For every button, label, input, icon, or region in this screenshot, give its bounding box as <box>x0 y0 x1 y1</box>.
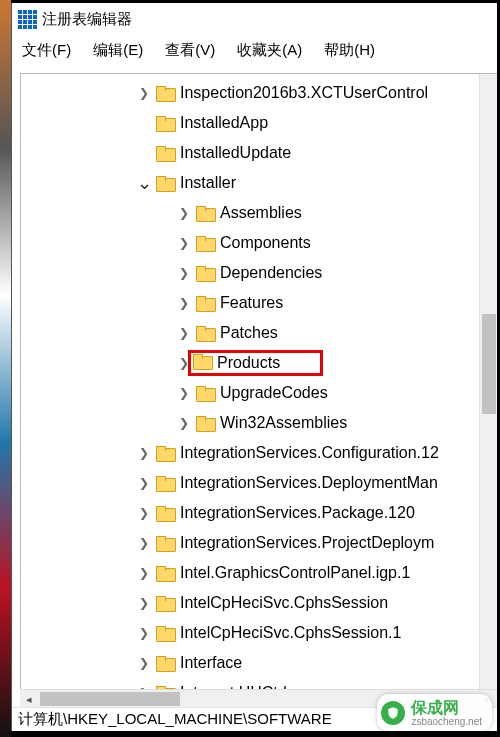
regedit-icon <box>18 10 36 28</box>
watermark: 保成网 zsbaocheng.net <box>377 694 492 731</box>
tree-item-label: Installer <box>180 174 236 192</box>
folder-icon <box>196 266 214 280</box>
chevron-right-icon[interactable]: ❯ <box>176 325 192 341</box>
window-title: 注册表编辑器 <box>42 10 132 29</box>
tree-item[interactable]: ❯IntelCpHeciSvc.CphsSession <box>21 588 481 618</box>
highlight-box: Products <box>188 350 323 376</box>
chevron-right-icon[interactable]: ❯ <box>136 505 152 521</box>
chevron-right-icon[interactable]: ❯ <box>136 535 152 551</box>
chevron-right-icon[interactable]: ❯ <box>176 205 192 221</box>
chevron-right-icon[interactable]: ❯ <box>136 445 152 461</box>
tree-item-label: Components <box>220 234 311 252</box>
tree-item-label: Inspection2016b3.XCTUserControl <box>180 84 428 102</box>
tree-item-label: UpgradeCodes <box>220 384 328 402</box>
chevron-right-icon[interactable]: ❯ <box>136 475 152 491</box>
menu-edit[interactable]: 编辑(E) <box>93 41 143 60</box>
tree-item-label: InstalledUpdate <box>180 144 291 162</box>
tree-item[interactable]: ❯InstalledUpdate <box>21 138 481 168</box>
menu-help[interactable]: 帮助(H) <box>324 41 375 60</box>
tree-item[interactable]: ❯IntegrationServices.DeploymentMan <box>21 468 481 498</box>
menu-view[interactable]: 查看(V) <box>165 41 215 60</box>
tree-item-label: IntelCpHeciSvc.CphsSession.1 <box>180 624 401 642</box>
chevron-right-icon[interactable]: ❯ <box>176 295 192 311</box>
folder-icon <box>156 146 174 160</box>
folder-icon <box>196 326 214 340</box>
title-bar[interactable]: 注册表编辑器 <box>12 3 497 35</box>
chevron-right-icon[interactable]: ❯ <box>136 85 152 101</box>
folder-icon <box>156 536 174 550</box>
tree-item-label: Assemblies <box>220 204 302 222</box>
chevron-right-icon[interactable]: ❯ <box>136 625 152 641</box>
tree-item[interactable]: ❯Features <box>21 288 481 318</box>
chevron-right-icon[interactable]: ❯ <box>176 265 192 281</box>
chevron-right-icon[interactable]: ❯ <box>136 655 152 671</box>
folder-icon <box>193 354 211 368</box>
folder-icon <box>156 116 174 130</box>
tree-item[interactable]: ❯Patches <box>21 318 481 348</box>
folder-icon <box>156 656 174 670</box>
tree-item[interactable]: ❯InstalledApp <box>21 108 481 138</box>
folder-icon <box>156 626 174 640</box>
tree-item-label: Patches <box>220 324 278 342</box>
scroll-left-button[interactable]: ◂ <box>20 690 38 708</box>
menu-file[interactable]: 文件(F) <box>22 41 71 60</box>
tree-item-label: Features <box>220 294 283 312</box>
folder-icon <box>156 176 174 190</box>
vertical-scrollbar[interactable] <box>479 74 497 689</box>
tree-item[interactable]: ❯Intel.GraphicsControlPanel.igp.1 <box>21 558 481 588</box>
tree-item[interactable]: ❯IntegrationServices.Package.120 <box>21 498 481 528</box>
tree-item-label: InstalledApp <box>180 114 268 132</box>
folder-icon <box>156 566 174 580</box>
tree-item-label: Interface <box>180 654 242 672</box>
tree-item-label: Win32Assemblies <box>220 414 347 432</box>
tree-item[interactable]: ❯IntelCpHeciSvc.CphsSession.1 <box>21 618 481 648</box>
tree-item[interactable]: ❯Interface <box>21 648 481 678</box>
tree-item[interactable]: ❯Assemblies <box>21 198 481 228</box>
tree-item[interactable]: ⌄Installer <box>21 168 481 198</box>
folder-icon <box>156 86 174 100</box>
tree-item-label: Products <box>217 354 280 371</box>
folder-icon <box>156 506 174 520</box>
external-left-strip <box>0 0 11 737</box>
status-path: 计算机\HKEY_LOCAL_MACHINE\SOFTWARE <box>18 710 332 727</box>
tree-view[interactable]: ❯Inspection2016b3.XCTUserControl❯Install… <box>20 73 497 689</box>
chevron-right-icon[interactable]: ❯ <box>176 415 192 431</box>
tree-item[interactable]: ❯Internet.HHCtrl <box>21 678 481 689</box>
watermark-sub: zsbaocheng.net <box>411 716 482 727</box>
tree-item[interactable]: ❯Components <box>21 228 481 258</box>
menu-favorites[interactable]: 收藏夹(A) <box>237 41 302 60</box>
tree-item[interactable]: ❯Inspection2016b3.XCTUserControl <box>21 78 481 108</box>
tree-item[interactable]: ❯UpgradeCodes <box>21 378 481 408</box>
folder-icon <box>156 476 174 490</box>
tree-item[interactable]: ❯Products <box>21 348 481 378</box>
tree-item-label: IntegrationServices.Configuration.12 <box>180 444 439 462</box>
regedit-window: 注册表编辑器 文件(F) 编辑(E) 查看(V) 收藏夹(A) 帮助(H) ❯I… <box>11 3 497 731</box>
tree-item-label: Intel.GraphicsControlPanel.igp.1 <box>180 564 410 582</box>
tree-item[interactable]: ❯IntegrationServices.ProjectDeploym <box>21 528 481 558</box>
tree-item[interactable]: ❯Dependencies <box>21 258 481 288</box>
folder-icon <box>156 596 174 610</box>
tree-item[interactable]: ❯Win32Assemblies <box>21 408 481 438</box>
vertical-scroll-thumb[interactable] <box>482 314 496 414</box>
menu-bar: 文件(F) 编辑(E) 查看(V) 收藏夹(A) 帮助(H) <box>12 35 497 65</box>
chevron-right-icon[interactable]: ❯ <box>176 385 192 401</box>
tree-item-label: IntelCpHeciSvc.CphsSession <box>180 594 388 612</box>
chevron-right-icon[interactable]: ❯ <box>136 595 152 611</box>
tree-item[interactable]: ❯IntegrationServices.Configuration.12 <box>21 438 481 468</box>
folder-icon <box>196 206 214 220</box>
folder-icon <box>196 386 214 400</box>
tree-item-label: IntegrationServices.DeploymentMan <box>180 474 438 492</box>
folder-icon <box>196 236 214 250</box>
folder-icon <box>196 296 214 310</box>
tree-item-label: IntegrationServices.Package.120 <box>180 504 415 522</box>
chevron-right-icon[interactable]: ❯ <box>136 565 152 581</box>
folder-icon <box>156 446 174 460</box>
chevron-down-icon[interactable]: ⌄ <box>136 175 152 191</box>
watermark-shield-icon <box>381 701 405 725</box>
tree-item-label: Dependencies <box>220 264 322 282</box>
horizontal-scroll-thumb[interactable] <box>40 692 180 706</box>
tree-item-label: IntegrationServices.ProjectDeploym <box>180 534 434 552</box>
chevron-right-icon[interactable]: ❯ <box>176 235 192 251</box>
folder-icon <box>196 416 214 430</box>
